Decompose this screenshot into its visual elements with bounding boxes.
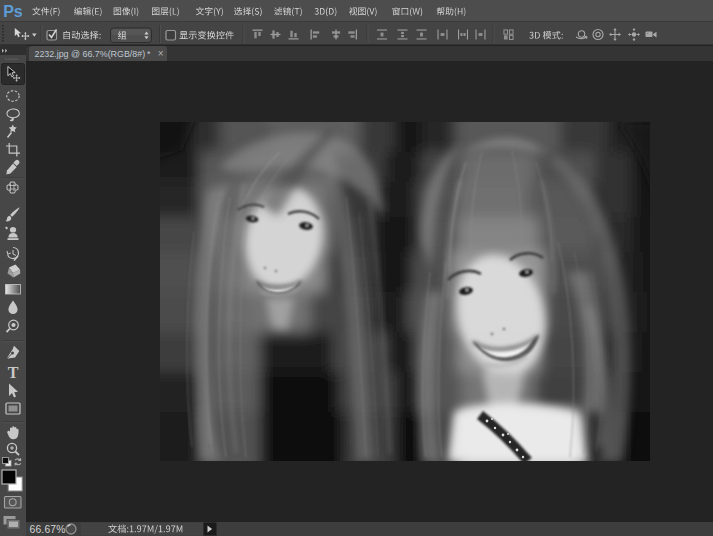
svg-text:T: T bbox=[8, 364, 19, 381]
svg-text:Ps: Ps bbox=[3, 3, 23, 20]
